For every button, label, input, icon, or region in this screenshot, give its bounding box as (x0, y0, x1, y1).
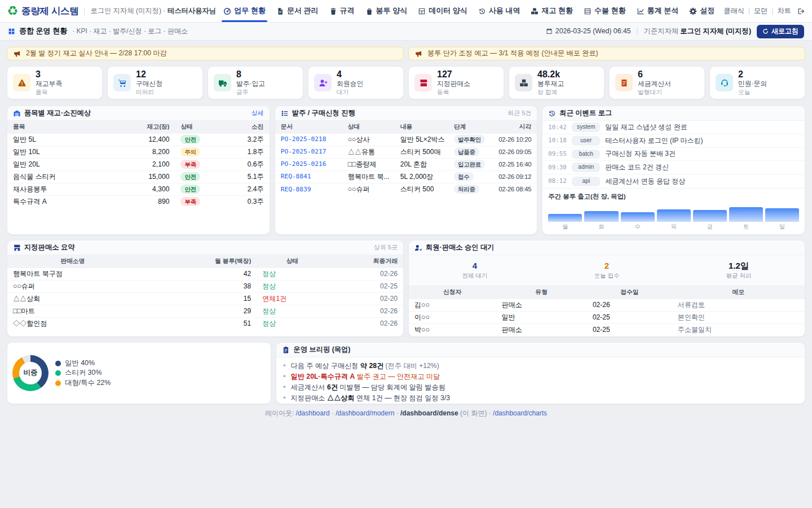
legend-item: 대형/특수 22% (55, 379, 111, 388)
approval-table: 신청자 유형 접수일 메모 김○○ 판매소 02-26 서류검토 (409, 286, 805, 336)
order-row[interactable]: REQ-8839 ○○슈퍼 스티커 500 처리중 02-26 08:45 (275, 183, 537, 195)
approval-row[interactable]: 김○○ 판매소 02-26 서류검토 (409, 299, 805, 311)
stock-row[interactable]: 일반 5L 12,400 안전 3.2주 (7, 133, 270, 146)
kpi-card[interactable]: 12 구매신청 미처리 (107, 66, 203, 99)
exit-icon[interactable] (797, 7, 805, 15)
kpi-card[interactable]: 2 민원·문의 오늘 (709, 66, 805, 99)
briefing-item: • 다음 주 예상 구매신청 약 28건 (전주 대비 +12%) (283, 361, 798, 371)
seller-row[interactable]: △△상회 15 연체1건 02-20 (7, 292, 403, 305)
footer-link[interactable]: /dashboard/modern (336, 409, 394, 417)
nav-item[interactable]: 데이터 양식 (418, 0, 467, 22)
order-row[interactable]: PO-2025-0217 △△유통 스티커 500매 납품중 02-26 09:… (275, 146, 537, 158)
kpi-text: 8 발주·입고 금주 (236, 70, 265, 95)
bar-label: 토 (729, 224, 763, 231)
seller-name: □□마트 (7, 305, 138, 317)
stock-row[interactable]: 재사용봉투 4,300 안전 2.4주 (7, 183, 270, 195)
briefing-panel: 운영 브리핑 (목업) • 다음 주 예상 구매신청 약 28건 (전주 대비 … (276, 342, 805, 404)
sellers-panel-meta: 상위 5곳 (374, 244, 398, 252)
col-doc: 문서 (275, 121, 345, 133)
col-seller-name: 판매소명 (7, 255, 138, 268)
kpi-card[interactable]: 3 재고부족 품목 (7, 66, 103, 99)
approval-stat: 2 오늘 접수 (541, 261, 673, 279)
order-row[interactable]: PO-2025-0216 □□종량제 20L 혼합 입고완료 02-25 16:… (275, 158, 537, 170)
doc-link[interactable]: PO-2025-0217 (281, 148, 326, 155)
approval-row[interactable]: 박○○ 판매소 02-25 주소불일치 (409, 323, 805, 336)
order-row[interactable]: REQ-8841 행복마트 북... 5L 2,000장 접수 02-26 09… (275, 170, 537, 183)
seller-row[interactable]: ○○슈퍼 38 정상 02-25 (7, 280, 403, 292)
nav-item[interactable]: 봉투 양식 (365, 0, 408, 22)
stat-value: 4 (409, 261, 541, 270)
order-time: 02-26 09:05 (490, 146, 537, 158)
link-classic[interactable]: 클래식 (723, 7, 744, 15)
stat-label: 오늘 접수 (541, 272, 673, 279)
text-segment: 세금계산서 (291, 383, 327, 391)
order-panel-title: 발주 / 구매신청 진행 (292, 109, 355, 117)
seller-last-trade: 02-25 (328, 280, 403, 292)
link-chart[interactable]: 차트 (778, 7, 791, 15)
seller-last-trade: 02-20 (328, 292, 403, 305)
applicant-memo: 서류검토 (672, 299, 805, 311)
nav-item[interactable]: 업무 현황 (223, 0, 266, 22)
stage-badge: 접수 (454, 172, 474, 181)
kpi-icon-tile (515, 74, 532, 91)
sub-header-right: 2026-03-25 (Wed) 06:45 | 기준지자체로그인 지자체 (미… (546, 25, 804, 38)
doc-link[interactable]: REQ-8839 (281, 186, 311, 193)
kpi-icon-tile (13, 74, 30, 91)
kpi-icon-tile (214, 74, 231, 91)
nav-item[interactable]: 수불 현황 (584, 0, 626, 22)
nav-item[interactable]: 통계 분석 (637, 0, 679, 22)
list-check-icon (281, 110, 289, 117)
approval-row[interactable]: 이○○ 일반 02-25 본인확인 (409, 311, 805, 323)
seller-row[interactable]: ◇◇할인점 51 정상 02-26 (7, 317, 403, 330)
legend-label: 대형/특수 22% (65, 379, 111, 388)
kpi-text: 12 구매신청 미처리 (136, 70, 162, 95)
order-party: 행복마트 북... (345, 170, 397, 183)
warehouse-icon (13, 110, 21, 117)
footer-link[interactable]: /dashboard/charts (493, 409, 547, 417)
doc-link[interactable]: REQ-8841 (281, 173, 311, 180)
col-type: 유형 (496, 286, 586, 299)
doc-link[interactable]: PO-2025-0218 (281, 135, 326, 143)
text-segment: 6건 (327, 383, 338, 391)
nav-item[interactable]: 문서 관리 (276, 0, 319, 22)
kpi-card[interactable]: 4 회원승인 대기 (308, 66, 404, 99)
stock-row[interactable]: 일반 20L 2,100 부족 0.6주 (7, 158, 270, 170)
nav-item[interactable]: 설정 (689, 0, 714, 22)
stock-row[interactable]: 일반 10L 8,200 주의 1.8주 (7, 146, 270, 158)
kpi-card[interactable]: 48.2k 봉투재고 장 합계 (509, 66, 604, 99)
kpi-card[interactable]: 127 지정판매소 등록 (408, 66, 504, 99)
footer-link[interactable]: /dashboard (296, 409, 330, 417)
share-panel: 비중 일반 40% 스티커 30% 대형/특수 22% (7, 342, 271, 404)
kpi-text: 48.2k 봉투재고 장 합계 (537, 70, 564, 95)
refresh-button[interactable]: 새로고침 (757, 25, 804, 38)
sellers-table: 판매소명 월 봉투(백장) 상태 최종거래 행복마트 북구점 42 정상 02-… (7, 255, 403, 330)
kpi-card[interactable]: 8 발주·입고 금주 (208, 66, 303, 99)
stock-row[interactable]: 음식물 스티커 15,000 안전 5.1주 (7, 170, 270, 183)
order-time: 02-26 08:45 (490, 183, 537, 195)
seller-row[interactable]: □□마트 29 정상 02-26 (7, 305, 403, 317)
order-party: ○○슈퍼 (345, 183, 397, 195)
kpi-card[interactable]: 6 세금계산서 발행대기 (609, 66, 705, 99)
link-modern[interactable]: 모던 (754, 7, 767, 15)
nav-item[interactable]: 사용 내역 (478, 0, 520, 22)
share-chart: 비중 일반 40% 스티커 30% 대형/특수 22% (7, 343, 271, 404)
item-weeks: 3.2주 (230, 133, 270, 146)
doc-link[interactable]: PO-2025-0216 (281, 160, 326, 168)
kpi-sublabel: 발행대기 (638, 89, 671, 95)
stock-panel-header: 품목별 재고·소진예상 상세 (7, 106, 270, 121)
kpi-label: 발주·입고 (236, 81, 265, 87)
seller-row[interactable]: 행복마트 북구점 42 정상 02-26 (7, 268, 403, 280)
stat-label: 전체 대기 (409, 272, 541, 279)
stock-row[interactable]: 특수규격 A 890 부족 0.3주 (7, 195, 270, 208)
nav-item[interactable]: 재고 현황 (531, 0, 573, 22)
order-table-header-row: 문서 상대 내용 단계 시각 (275, 121, 537, 133)
status-badge: 부족 (180, 160, 200, 169)
nav-item-label: 문서 관리 (287, 6, 319, 15)
col-memo: 메모 (672, 286, 805, 299)
order-row[interactable]: PO-2025-0218 ○○상사 일반 5L×2박스 발주확인 02-26 1… (275, 133, 537, 146)
applicant-date: 02-25 (587, 323, 672, 336)
nav-item[interactable]: 규격 (329, 0, 355, 22)
detail-link[interactable]: 상세 (251, 110, 264, 117)
kpi-sublabel: 오늘 (738, 89, 767, 95)
kpi-icon (17, 78, 27, 87)
